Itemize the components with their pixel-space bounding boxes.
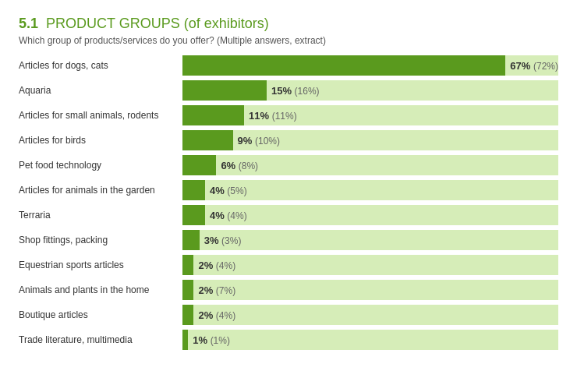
bar-fill: [182, 230, 200, 250]
bar-section: 15% (16%): [182, 80, 558, 101]
bar-value-label: 67% (72%): [505, 60, 558, 72]
bar-fill: [182, 80, 267, 101]
subtitle: Which group of products/services do you …: [19, 35, 558, 46]
row-label: Terraria: [19, 210, 182, 221]
chart-row: Pet food technology6% (8%): [19, 155, 558, 175]
bar-section: 9% (10%): [182, 130, 558, 150]
bar-fill: [182, 305, 193, 325]
chart-row: Shop fittings, packing3% (3%): [19, 230, 558, 250]
chart-row: Boutique articles2% (4%): [19, 305, 558, 325]
chart-row: Terraria4% (4%): [19, 205, 558, 225]
title-text: PRODUCT GROUPS (of exhibitors): [46, 16, 269, 31]
chart-row: Aquaria15% (16%): [19, 80, 558, 101]
row-label: Animals and plants in the home: [19, 284, 182, 295]
bar-value-label: 9% (10%): [233, 135, 280, 147]
bar-fill: [182, 205, 205, 225]
bar-fill: [182, 130, 233, 150]
bar-fill: [182, 55, 505, 76]
bar-section: 1% (1%): [182, 330, 558, 350]
row-label: Articles for birds: [19, 135, 182, 146]
bar-section: 2% (4%): [182, 255, 558, 275]
bar-fill: [182, 280, 193, 300]
row-label: Aquaria: [19, 85, 182, 96]
bar-section: 11% (11%): [182, 105, 558, 125]
row-label: Trade literature, multimedia: [19, 334, 182, 345]
bar-value-label: 3% (3%): [200, 235, 242, 246]
bar-section: 3% (3%): [182, 230, 558, 250]
row-label: Articles for dogs, cats: [19, 60, 182, 71]
bar-section: 67% (72%): [182, 55, 558, 76]
chart-row: Articles for animals in the garden4% (5%…: [19, 180, 558, 200]
bar-section: 2% (4%): [182, 305, 558, 325]
row-label: Articles for small animals, rodents: [19, 110, 182, 121]
chart-row: Articles for birds9% (10%): [19, 130, 558, 150]
bar-value-label: 2% (4%): [193, 309, 235, 321]
bar-fill: [182, 180, 205, 200]
bar-section: 2% (7%): [182, 280, 558, 300]
section-title: 5.1 PRODUCT GROUPS (of exhibitors): [19, 16, 558, 32]
row-label: Equestrian sports articles: [19, 260, 182, 270]
bar-value-label: 15% (16%): [267, 85, 320, 97]
row-label: Articles for animals in the garden: [19, 185, 182, 196]
bar-fill: [182, 330, 188, 350]
bar-value-label: 4% (5%): [205, 185, 247, 196]
bar-value-label: 1% (1%): [188, 334, 230, 346]
bar-section: 6% (8%): [182, 155, 558, 175]
bar-section: 4% (4%): [182, 205, 558, 225]
chart-container: Articles for dogs, cats67% (72%)Aquaria1…: [19, 55, 558, 355]
header-section: 5.1 PRODUCT GROUPS (of exhibitors) Which…: [19, 16, 558, 46]
bar-section: 4% (5%): [182, 180, 558, 200]
bar-value-label: 2% (7%): [193, 284, 235, 296]
bar-fill: [182, 105, 244, 125]
chart-row: Trade literature, multimedia1% (1%): [19, 330, 558, 350]
row-label: Shop fittings, packing: [19, 235, 182, 245]
chart-row: Articles for small animals, rodents11% (…: [19, 105, 558, 125]
row-label: Pet food technology: [19, 160, 182, 171]
bar-value-label: 4% (4%): [205, 210, 247, 221]
chart-row: Articles for dogs, cats67% (72%): [19, 55, 558, 76]
bar-value-label: 2% (4%): [193, 260, 235, 271]
bar-value-label: 11% (11%): [244, 110, 297, 122]
chart-row: Animals and plants in the home2% (7%): [19, 280, 558, 300]
bar-fill: [182, 255, 193, 275]
row-label: Boutique articles: [19, 309, 182, 320]
section-number: 5.1: [19, 16, 38, 31]
bar-fill: [182, 155, 216, 175]
chart-row: Equestrian sports articles2% (4%): [19, 255, 558, 275]
bar-value-label: 6% (8%): [216, 160, 258, 171]
